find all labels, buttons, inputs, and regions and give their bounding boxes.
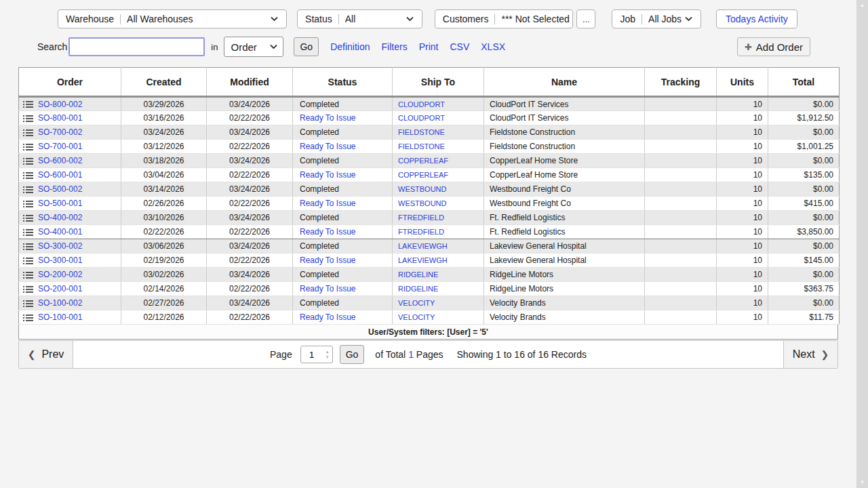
ship-to-link[interactable]: FTREDFIELD xyxy=(398,214,444,222)
row-menu-icon[interactable] xyxy=(23,314,33,322)
ship-to-link[interactable]: COPPERLEAF xyxy=(398,171,448,179)
table-row[interactable]: SO-800-001 03/16/2026 02/22/2026 Ready T… xyxy=(19,111,840,125)
order-number-link[interactable]: SO-300-001 xyxy=(38,256,82,265)
order-number-link[interactable]: SO-400-002 xyxy=(38,213,82,222)
column-header-tracking[interactable]: Tracking xyxy=(645,68,717,97)
table-row[interactable]: SO-300-002 03/06/2026 03/24/2026 Complet… xyxy=(19,239,840,253)
status-value[interactable]: Ready To Issue xyxy=(293,111,393,125)
order-number-link[interactable]: SO-400-001 xyxy=(38,227,82,237)
row-menu-icon[interactable] xyxy=(23,214,33,222)
ship-to-link[interactable]: CLOUDPORT xyxy=(398,114,445,122)
status-select[interactable]: All xyxy=(339,10,419,28)
search-go-button[interactable]: Go xyxy=(294,37,319,56)
status-value[interactable]: Ready To Issue xyxy=(293,253,393,268)
ship-to-link[interactable]: VELOCITY xyxy=(398,313,435,321)
order-number-link[interactable]: SO-200-002 xyxy=(38,270,82,279)
table-row[interactable]: SO-200-002 03/02/2026 03/24/2026 Complet… xyxy=(19,268,840,282)
row-menu-icon[interactable] xyxy=(23,257,33,265)
page-go-button[interactable]: Go xyxy=(340,345,365,364)
ship-to-link[interactable]: COPPERLEAF xyxy=(398,157,448,165)
ship-to-link[interactable]: RIDGELINE xyxy=(398,285,438,293)
order-number-link[interactable]: SO-500-001 xyxy=(38,199,82,208)
order-number-link[interactable]: SO-700-002 xyxy=(38,127,82,137)
customers-more-button[interactable]: ... xyxy=(576,9,595,28)
table-row[interactable]: SO-400-001 02/22/2026 02/22/2026 Ready T… xyxy=(19,225,840,239)
table-row[interactable]: SO-200-001 02/14/2026 02/22/2026 Ready T… xyxy=(19,282,840,296)
ship-to-link[interactable]: VELOCITY xyxy=(398,299,435,307)
status-value[interactable]: Ready To Issue xyxy=(293,197,393,211)
status-value[interactable]: Ready To Issue xyxy=(293,282,393,296)
status-value[interactable]: Ready To Issue xyxy=(293,310,393,325)
status-value[interactable]: Ready To Issue xyxy=(293,225,393,239)
row-menu-icon[interactable] xyxy=(23,228,33,237)
ship-to-link[interactable]: FTREDFIELD xyxy=(398,228,444,236)
table-row[interactable]: SO-600-001 03/04/2026 02/22/2026 Ready T… xyxy=(19,168,840,182)
order-number-link[interactable]: SO-600-002 xyxy=(38,156,82,165)
vertical-scrollbar[interactable]: ▲ ▼ xyxy=(856,0,868,488)
table-row[interactable]: SO-500-002 03/14/2026 03/24/2026 Complet… xyxy=(19,182,840,197)
csv-link[interactable]: CSV xyxy=(450,41,469,52)
spinner-down-icon[interactable]: ▼ xyxy=(326,355,330,359)
order-number-link[interactable]: SO-800-001 xyxy=(38,113,82,123)
column-header-units[interactable]: Units xyxy=(717,68,768,97)
next-page-button[interactable]: Next ❯ xyxy=(783,341,837,368)
row-menu-icon[interactable] xyxy=(23,300,33,308)
order-number-link[interactable]: SO-700-001 xyxy=(38,142,82,151)
table-row[interactable]: SO-700-001 03/12/2026 02/22/2026 Ready T… xyxy=(19,140,840,154)
table-row[interactable]: SO-400-002 03/10/2026 03/24/2026 Complet… xyxy=(19,211,840,225)
customers-filter-group[interactable]: Customers *** Not Selected xyxy=(435,9,574,28)
prev-page-button[interactable]: ❮ Prev xyxy=(19,341,73,368)
column-header-modified[interactable]: Modified xyxy=(207,68,293,97)
ship-to-link[interactable]: RIDGELINE xyxy=(398,270,438,279)
column-header-shipto[interactable]: Ship To xyxy=(393,68,484,97)
ship-to-link[interactable]: FIELDSTONE xyxy=(398,128,445,136)
spinner-up-icon[interactable]: ▲ xyxy=(326,350,330,354)
row-menu-icon[interactable] xyxy=(23,157,33,165)
order-number-link[interactable]: SO-200-001 xyxy=(38,284,82,293)
order-number-link[interactable]: SO-100-002 xyxy=(38,298,82,308)
row-menu-icon[interactable] xyxy=(23,115,33,123)
ship-to-link[interactable]: WESTBOUND xyxy=(398,199,447,207)
xlsx-link[interactable]: XLSX xyxy=(481,41,505,52)
row-menu-icon[interactable] xyxy=(23,186,33,194)
print-link[interactable]: Print xyxy=(419,41,439,52)
row-menu-icon[interactable] xyxy=(23,271,33,279)
scroll-up-icon[interactable]: ▲ xyxy=(860,0,865,11)
row-menu-icon[interactable] xyxy=(23,243,33,251)
column-header-total[interactable]: Total xyxy=(768,68,840,97)
ship-to-link[interactable]: FIELDSTONE xyxy=(398,142,445,150)
row-menu-icon[interactable] xyxy=(23,285,33,293)
column-header-order[interactable]: Order xyxy=(19,68,121,97)
row-menu-icon[interactable] xyxy=(23,129,33,137)
column-header-created[interactable]: Created xyxy=(121,68,207,97)
order-number-link[interactable]: SO-300-002 xyxy=(38,241,82,251)
status-value[interactable]: Ready To Issue xyxy=(293,140,393,154)
scroll-down-icon[interactable]: ▼ xyxy=(860,477,865,488)
todays-activity-button[interactable]: Todays Activity xyxy=(716,9,797,28)
filters-link[interactable]: Filters xyxy=(382,41,408,52)
ship-to-link[interactable]: CLOUDPORT xyxy=(398,100,445,108)
table-row[interactable]: SO-700-002 03/24/2026 03/24/2026 Complet… xyxy=(19,125,840,140)
table-row[interactable]: SO-100-001 02/12/2026 02/22/2026 Ready T… xyxy=(19,310,840,325)
table-row[interactable]: SO-600-002 03/18/2026 03/24/2026 Complet… xyxy=(19,154,840,168)
order-number-link[interactable]: SO-500-002 xyxy=(38,184,82,194)
table-row[interactable]: SO-500-001 02/26/2026 02/22/2026 Ready T… xyxy=(19,197,840,211)
ship-to-link[interactable]: LAKEVIEWGH xyxy=(398,242,448,250)
order-number-link[interactable]: SO-100-001 xyxy=(38,312,82,322)
status-value[interactable]: Ready To Issue xyxy=(293,168,393,182)
add-order-button[interactable]: ✚ Add Order xyxy=(737,37,810,56)
search-in-select[interactable]: Order xyxy=(224,37,283,56)
definition-link[interactable]: Definition xyxy=(330,41,370,52)
search-input[interactable] xyxy=(68,37,205,56)
warehouse-select[interactable]: All Warehouses xyxy=(121,10,283,28)
row-menu-icon[interactable] xyxy=(23,171,33,180)
table-row[interactable]: SO-800-002 03/29/2026 03/24/2026 Complet… xyxy=(19,97,840,111)
row-menu-icon[interactable] xyxy=(23,200,33,208)
order-number-link[interactable]: SO-800-002 xyxy=(38,100,82,109)
order-number-link[interactable]: SO-600-001 xyxy=(38,170,82,180)
ship-to-link[interactable]: WESTBOUND xyxy=(398,185,447,193)
job-select[interactable]: All Jobs xyxy=(642,10,698,28)
table-row[interactable]: SO-100-002 02/27/2026 03/24/2026 Complet… xyxy=(19,296,840,310)
column-header-name[interactable]: Name xyxy=(484,68,645,97)
row-menu-icon[interactable] xyxy=(23,143,33,151)
